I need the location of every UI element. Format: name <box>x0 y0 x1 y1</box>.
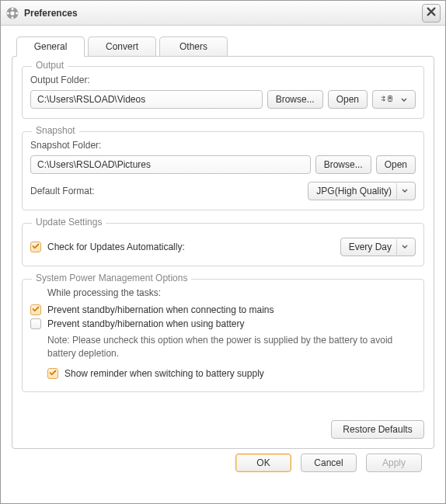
chevron-down-icon <box>401 94 407 105</box>
button-label: Open <box>336 94 359 105</box>
output-device-dropdown[interactable] <box>372 90 416 109</box>
chevron-down-icon <box>396 183 412 199</box>
check-updates-label: Check for Updates Automatically: <box>47 242 185 252</box>
output-browse-button[interactable]: Browse... <box>267 90 323 109</box>
select-value: Every Day <box>349 242 392 252</box>
ok-button[interactable]: OK <box>235 454 291 472</box>
battery-note: Note: Please uncheck this option when th… <box>47 334 416 360</box>
snapshot-group: Snapshot Snapshot Folder: Browse... Open… <box>22 131 424 210</box>
power-group: System Power Management Options While pr… <box>22 279 424 392</box>
output-legend: Output <box>32 60 68 71</box>
svg-point-4 <box>7 12 9 14</box>
preferences-window: Preferences General Convert Others Outpu… <box>0 0 446 504</box>
show-reminder-label: Show reminder when switching to battery … <box>64 368 264 379</box>
output-folder-label: Output Folder: <box>30 75 416 85</box>
check-updates-checkbox[interactable] <box>30 242 41 252</box>
app-icon <box>5 6 19 20</box>
output-group: Output Output Folder: Browse... Open <box>22 66 424 119</box>
button-label: Open <box>385 159 407 170</box>
tab-label: General <box>34 41 68 52</box>
window-title: Preferences <box>24 8 422 19</box>
tab-panel-general: Output Output Folder: Browse... Open <box>12 56 434 449</box>
prevent-standby-battery-label: Prevent standby/hibernation when using b… <box>47 318 245 329</box>
update-group: Update Settings Check for Updates Automa… <box>22 223 424 266</box>
button-label: Cancel <box>314 457 343 468</box>
prevent-standby-mains-label: Prevent standby/hibernation when connect… <box>47 304 274 315</box>
default-format-label: Default Format: <box>30 186 95 196</box>
button-label: Apply <box>382 457 406 468</box>
snapshot-folder-input[interactable] <box>30 155 311 174</box>
prevent-standby-mains-checkbox[interactable] <box>30 304 41 315</box>
restore-defaults-button[interactable]: Restore Defaults <box>331 420 424 439</box>
check-icon <box>49 368 57 379</box>
select-value: JPG(High Quality) <box>316 186 392 196</box>
tab-others[interactable]: Others <box>159 36 228 56</box>
svg-point-5 <box>16 12 18 14</box>
snapshot-folder-label: Snapshot Folder: <box>30 140 416 151</box>
apply-button[interactable]: Apply <box>366 454 422 472</box>
tab-label: Convert <box>106 41 138 52</box>
check-icon <box>32 304 40 315</box>
tab-general[interactable]: General <box>16 36 85 57</box>
snapshot-browse-button[interactable]: Browse... <box>315 155 371 174</box>
transfer-icon <box>381 93 395 106</box>
update-frequency-select[interactable]: Every Day <box>340 238 416 256</box>
default-format-select[interactable]: JPG(High Quality) <box>308 182 416 200</box>
while-processing-label: While processing the tasks: <box>47 287 416 298</box>
update-legend: Update Settings <box>32 217 106 228</box>
dialog-body: General Convert Others Output Output Fol… <box>1 26 445 503</box>
close-icon <box>426 6 437 19</box>
titlebar: Preferences <box>1 1 445 26</box>
snapshot-legend: Snapshot <box>32 125 79 136</box>
cancel-button[interactable]: Cancel <box>301 454 357 472</box>
button-label: Restore Defaults <box>343 424 412 435</box>
svg-point-2 <box>12 7 14 9</box>
show-reminder-checkbox[interactable] <box>47 368 58 379</box>
button-label: Browse... <box>276 94 315 105</box>
button-label: OK <box>256 457 270 468</box>
chevron-down-icon <box>396 239 412 255</box>
tab-label: Others <box>179 41 207 52</box>
output-folder-input[interactable] <box>30 90 263 109</box>
dialog-footer: OK Cancel Apply <box>12 449 434 481</box>
snapshot-open-button[interactable]: Open <box>376 155 416 174</box>
prevent-standby-battery-checkbox[interactable] <box>30 318 41 329</box>
check-icon <box>32 242 40 252</box>
tab-bar: General Convert Others <box>12 36 434 56</box>
output-open-button[interactable]: Open <box>328 90 368 109</box>
tab-convert[interactable]: Convert <box>88 36 156 56</box>
close-button[interactable] <box>422 4 441 23</box>
power-legend: System Power Management Options <box>32 273 191 283</box>
svg-rect-7 <box>389 96 391 99</box>
button-label: Browse... <box>324 159 363 170</box>
svg-point-3 <box>12 16 14 19</box>
svg-point-8 <box>389 99 390 100</box>
